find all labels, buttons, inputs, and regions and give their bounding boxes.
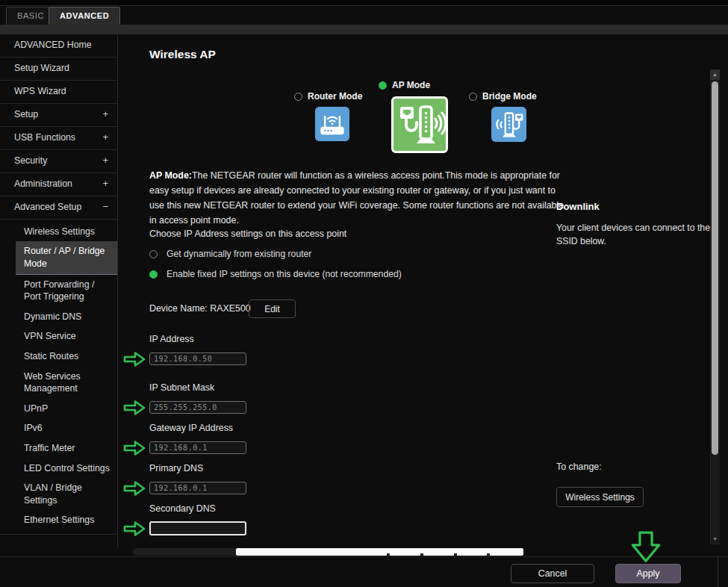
bridge-mode-radio[interactable] (469, 93, 477, 101)
apply-button[interactable]: Apply (615, 564, 681, 583)
footer-right-divider (718, 556, 718, 587)
page-title: Wireless AP (149, 48, 216, 61)
sidebar-item-led-control-settings[interactable]: LED Control Settings (0, 459, 117, 479)
pointer-arrow-icon (123, 439, 146, 457)
top-strip (0, 0, 728, 6)
sidebar-item-label: Setup (14, 109, 38, 119)
sidebar-item-label: Advanced Setup (14, 202, 81, 212)
sidebar-item-ipv6[interactable]: IPv6 (0, 418, 117, 438)
sidebar-item-label: Setup Wizard (14, 63, 69, 73)
mode-ap[interactable]: AP Mode (379, 80, 448, 153)
ip-option-dynamic[interactable]: Get dynamically from existing router (149, 249, 311, 259)
ap-mode-icon (391, 96, 448, 153)
scroll-down-icon[interactable]: ▼ (710, 534, 720, 544)
mode-bridge[interactable]: Bridge Mode (469, 91, 537, 142)
dynamic-ip-radio[interactable] (149, 250, 158, 258)
secondary-dns-label: Secondary DNS (149, 503, 216, 514)
primary-dns-input[interactable] (149, 482, 246, 494)
ip-subnet-mask-input[interactable] (149, 401, 246, 414)
sidebar-item-port-forwarding[interactable]: Port Forwarding / Port Triggering (0, 275, 117, 307)
secondary-dns-input[interactable] (149, 521, 246, 535)
pointer-arrow-icon (123, 399, 146, 417)
sidebar-item-label: Web Services Management (24, 371, 81, 394)
sidebar-item-label: LED Control Settings (24, 463, 110, 473)
bridge-mode-icon (491, 107, 526, 142)
sidebar-item-vlan-bridge-settings[interactable]: VLAN / Bridge Settings (0, 478, 117, 510)
bridge-mode-label: Bridge Mode (482, 91, 537, 102)
fixed-ip-label: Enable fixed IP settings on this device … (167, 269, 402, 279)
tab-advanced[interactable]: ADVANCED (49, 7, 120, 25)
sidebar-item-label: Wireless Settings (24, 226, 95, 237)
tab-underbar (0, 25, 728, 34)
sidebar-item-wps-wizard[interactable]: WPS Wizard (0, 81, 117, 104)
gateway-ip-input[interactable] (149, 441, 246, 454)
scroll-up-icon[interactable]: ▲ (710, 69, 720, 80)
ip-address-input[interactable] (149, 352, 246, 365)
sidebar-item-label: ADVANCED Home (14, 40, 92, 50)
router-mode-radio[interactable] (294, 93, 302, 101)
sidebar-item-label: Port Forwarding / Port Triggering (24, 279, 94, 302)
downlink-title: Downlink (556, 201, 600, 212)
expand-plus-icon[interactable]: + (102, 131, 108, 144)
sidebar-item-setup[interactable]: Setup+ (0, 104, 117, 127)
sidebar: ADVANCED Home Setup Wizard WPS Wizard Se… (0, 34, 117, 535)
router-mode-icon (315, 107, 349, 141)
sidebar-item-vpn-service[interactable]: VPN Service (0, 326, 117, 347)
sidebar-item-label: Static Routes (24, 351, 78, 361)
sidebar-item-web-services-management[interactable]: Web Services Management (0, 367, 117, 399)
vertical-scrollbar-thumb[interactable] (712, 81, 718, 455)
horizontal-scrollbar-thumb[interactable] (236, 548, 523, 556)
pointer-arrow-icon (123, 479, 146, 497)
dynamic-ip-label: Get dynamically from existing router (167, 249, 311, 259)
sidebar-item-label: Security (14, 155, 47, 166)
ip-subnet-mask-label: IP Subnet Mask (149, 382, 214, 393)
sidebar-item-static-routes[interactable]: Static Routes (0, 347, 117, 367)
fixed-ip-radio[interactable] (149, 270, 158, 279)
sidebar-item-dynamic-dns[interactable]: Dynamic DNS (0, 307, 117, 327)
expand-plus-icon[interactable]: + (102, 155, 108, 167)
collapse-minus-icon[interactable]: − (102, 201, 108, 214)
sidebar-item-label: WPS Wizard (14, 86, 66, 96)
apply-pointer-arrow-icon (629, 531, 662, 563)
sidebar-item-traffic-meter[interactable]: Traffic Meter (0, 438, 117, 459)
expand-plus-icon[interactable]: + (102, 178, 108, 190)
device-name-label: Device Name: RAXE500 (149, 303, 251, 314)
scrollbar-tick (387, 553, 390, 556)
ap-mode-label: AP Mode (392, 80, 430, 90)
sidebar-item-router-ap-bridge-mode[interactable]: Router / AP / Bridge Mode (16, 241, 117, 274)
mode-description: AP Mode:The NETGEAR router will function… (149, 168, 572, 228)
mode-description-text: The NETGEAR router will function as a wi… (149, 170, 564, 226)
to-change-label: To change: (556, 462, 602, 472)
expand-plus-icon[interactable]: + (102, 108, 108, 121)
sidebar-item-usb-functions[interactable]: USB Functions+ (0, 127, 117, 150)
sidebar-item-label: Dynamic DNS (24, 311, 81, 322)
pointer-arrow-icon (123, 350, 146, 368)
sidebar-item-label: UPnP (24, 403, 48, 414)
sidebar-item-advanced-home[interactable]: ADVANCED Home (0, 34, 117, 58)
footer-divider (0, 556, 728, 557)
sidebar-item-wireless-settings[interactable]: Wireless Settings (0, 220, 117, 242)
ap-mode-radio[interactable] (379, 81, 387, 90)
sidebar-item-label: Administration (14, 178, 72, 189)
gateway-ip-label: Gateway IP Address (149, 423, 233, 433)
scrollbar-tick (454, 553, 457, 556)
cancel-button[interactable]: Cancel (511, 564, 594, 583)
sidebar-item-security[interactable]: Security+ (0, 150, 117, 173)
sidebar-item-label: Ethernet Settings (24, 515, 94, 525)
scrollbar-tick (487, 553, 490, 556)
ip-option-fixed[interactable]: Enable fixed IP settings on this device … (149, 269, 402, 279)
sidebar-item-advanced-setup[interactable]: Advanced Setup− (0, 196, 117, 220)
ip-address-label: IP Address (149, 334, 194, 344)
sidebar-item-label: USB Functions (14, 132, 75, 143)
wireless-settings-button[interactable]: Wireless Settings (556, 487, 644, 507)
sidebar-item-administration[interactable]: Administration+ (0, 173, 117, 196)
sidebar-end-divider (0, 530, 117, 535)
edit-button[interactable]: Edit (249, 299, 296, 318)
primary-dns-label: Primary DNS (149, 463, 203, 473)
mode-router[interactable]: Router Mode (294, 91, 362, 141)
sidebar-item-upnp[interactable]: UPnP (0, 399, 117, 419)
pointer-arrow-icon (123, 520, 146, 538)
scrollbar-tick (420, 553, 423, 556)
sidebar-item-setup-wizard[interactable]: Setup Wizard (0, 58, 117, 81)
sidebar-item-ethernet-settings[interactable]: Ethernet Settings (0, 510, 117, 530)
